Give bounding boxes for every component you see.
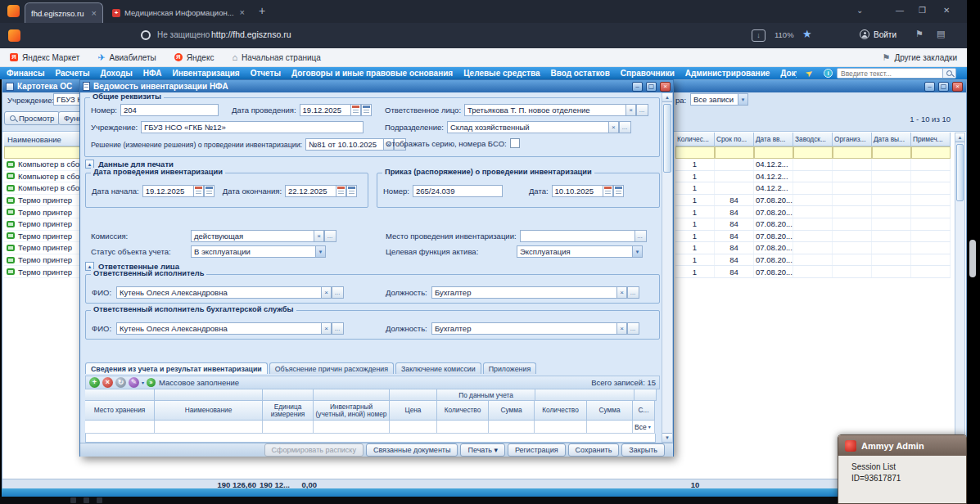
clear-icon[interactable]: × (616, 322, 627, 335)
column-filter-input[interactable] (911, 146, 951, 159)
scroll-up-icon[interactable]: ▲ (955, 133, 964, 142)
collections-icon[interactable]: ▤ (937, 29, 945, 38)
menu-item-9[interactable]: Ввод остатков (550, 69, 609, 78)
chevron-down-icon[interactable]: ▼ (632, 245, 643, 258)
grid-column-header[interactable]: С... (633, 401, 655, 421)
column-filter-input[interactable] (793, 146, 833, 159)
asset-data-row[interactable]: 18407.08.20... (675, 254, 951, 267)
cardfile-close-button[interactable]: × (952, 82, 963, 92)
taskbar-app-icon[interactable] (84, 497, 89, 503)
asset-data-row[interactable]: 104.12.2... (675, 182, 951, 195)
clear-icon[interactable]: × (608, 121, 619, 133)
column-header[interactable]: Заводск... (793, 133, 833, 146)
menu-item-2[interactable]: Расчеты (55, 69, 89, 78)
menu-item-8[interactable]: Целевые средства (463, 69, 540, 78)
lookup-icon[interactable]: … (332, 286, 344, 299)
modal-close-button[interactable]: × (660, 82, 671, 92)
scrollbar-thumb[interactable] (663, 104, 671, 173)
modal-action-3[interactable]: Печать ▾ (460, 443, 505, 457)
tab-close-icon[interactable]: × (92, 9, 97, 18)
mass-fill-button[interactable]: » Массовое заполнение (147, 378, 239, 387)
modal-scrollbar[interactable]: ▲ ▼ (662, 92, 673, 443)
grid-filter-cell[interactable] (314, 421, 390, 434)
start-date-input[interactable]: 19.12.2025 (142, 185, 193, 197)
scrollbar-thumb[interactable] (956, 144, 964, 201)
new-tab-button[interactable]: + (259, 5, 265, 16)
menu-item-3[interactable]: Доходы (101, 69, 133, 78)
zoom-level[interactable]: 110% (775, 30, 794, 39)
decision-input[interactable]: №81 от 10.10.2025 (305, 138, 383, 151)
lookup-icon[interactable]: … (627, 286, 639, 299)
window-close-button[interactable]: ✕ (943, 7, 950, 15)
grid-column-header[interactable]: Цена (390, 401, 437, 421)
grid-column-header[interactable]: Единица измерения (263, 401, 314, 421)
column-header[interactable]: Примеч... (911, 133, 951, 146)
date-input[interactable]: 19.12.2025 (300, 104, 350, 116)
modal-minimize-button[interactable]: – (632, 82, 643, 92)
login-button[interactable]: Войти (860, 29, 896, 39)
tab-close-icon[interactable]: × (240, 8, 245, 17)
grid-column-header[interactable]: Сумма (587, 401, 633, 421)
grid-column-header[interactable]: Место хранения (85, 401, 155, 421)
lookup-icon[interactable]: … (635, 230, 647, 242)
bookmark-item[interactable]: ЯЯндекс Маркет (10, 53, 79, 62)
modal-action-5[interactable]: Сохранить (568, 443, 620, 457)
search-input[interactable] (838, 69, 942, 78)
delete-record-icon[interactable]: × (102, 377, 113, 388)
menu-item-12[interactable]: Документооборот (780, 69, 797, 78)
grid-body[interactable] (85, 434, 656, 443)
browser-menu-icon[interactable] (8, 29, 20, 42)
asset-data-row[interactable]: 18407.08.20... (675, 206, 951, 218)
window-restore-button[interactable]: ❐ (919, 7, 926, 15)
modal-action-2[interactable]: Связанные документы (366, 443, 458, 457)
calendar-alt-icon[interactable] (613, 185, 624, 197)
edge-scrollbar[interactable] (969, 240, 976, 277)
modal-maximize-button[interactable]: ▢ (646, 82, 657, 92)
grid-column-header[interactable]: Инвентарный (учетный, иной) номер (314, 401, 390, 421)
accounting-post-input[interactable]: Бухгалтер (431, 322, 616, 335)
info-icon[interactable]: i (824, 69, 833, 78)
bookmark-star-icon[interactable]: ★ (802, 29, 812, 39)
column-filter-input[interactable] (675, 146, 715, 159)
grid-column-header[interactable]: Сумма (489, 401, 535, 421)
column-filter-input[interactable] (715, 146, 754, 159)
calendar-icon[interactable] (350, 104, 361, 116)
asset-data-row[interactable]: 104.12.2... (675, 159, 951, 171)
menu-item-6[interactable]: Отчеты (251, 69, 281, 78)
bookmark-item[interactable]: ✈Авиабилеты (97, 53, 156, 62)
browser-tab-medical[interactable]: + Медицинская Информацион... × (106, 2, 251, 23)
view-button[interactable]: Просмотр (4, 111, 60, 125)
other-bookmarks-button[interactable]: ⚑ Другие закладки (883, 53, 958, 62)
bookmark-flag-icon[interactable]: ⚑ (915, 29, 924, 38)
clear-icon[interactable]: × (616, 286, 627, 299)
grid-filter-cell[interactable] (390, 421, 437, 434)
asset-data-row[interactable]: 18407.08.20... (675, 218, 951, 231)
order-number-input[interactable]: 265/24.039 (413, 185, 503, 197)
calendar-alt-icon[interactable] (361, 104, 372, 116)
modal-action-4[interactable]: Регистрация (508, 443, 566, 457)
cardfile-maximize-button[interactable]: ▢ (938, 82, 949, 92)
column-filter-input[interactable] (833, 146, 872, 159)
scroll-down-icon[interactable]: ▼ (662, 433, 672, 442)
refresh-records-icon[interactable]: ↻ (115, 377, 126, 388)
accounting-fio-input[interactable]: Кутень Олеся Александровна (116, 322, 321, 335)
column-header[interactable]: Количес... (675, 133, 715, 146)
grid-filter-cell[interactable] (437, 421, 489, 434)
scroll-up-icon[interactable]: ▲ (662, 93, 672, 102)
grid-column-header[interactable]: Количество (535, 401, 587, 421)
calendar-icon[interactable] (193, 185, 204, 197)
calendar-alt-icon[interactable] (204, 185, 215, 197)
lookup-icon[interactable]: … (636, 104, 648, 116)
grid-filter-cell[interactable] (155, 421, 263, 434)
grid-column-header[interactable]: Количество (437, 401, 489, 421)
grid-filter-cell[interactable] (489, 421, 535, 434)
menu-item-10[interactable]: Справочники (621, 69, 675, 78)
modal-action-6[interactable]: Закрыть (621, 443, 665, 457)
bookmark-item[interactable]: ЯЯндекс (174, 53, 215, 62)
modal-tab-4[interactable]: Приложения (483, 362, 536, 374)
clear-icon[interactable]: × (321, 286, 332, 299)
order-date-input[interactable]: 10.10.2025 (552, 185, 603, 197)
status-select[interactable]: В эксплуатации (191, 245, 315, 258)
department-input[interactable]: Склад хозяйственный (447, 121, 608, 133)
lookup-icon[interactable]: … (332, 322, 344, 335)
